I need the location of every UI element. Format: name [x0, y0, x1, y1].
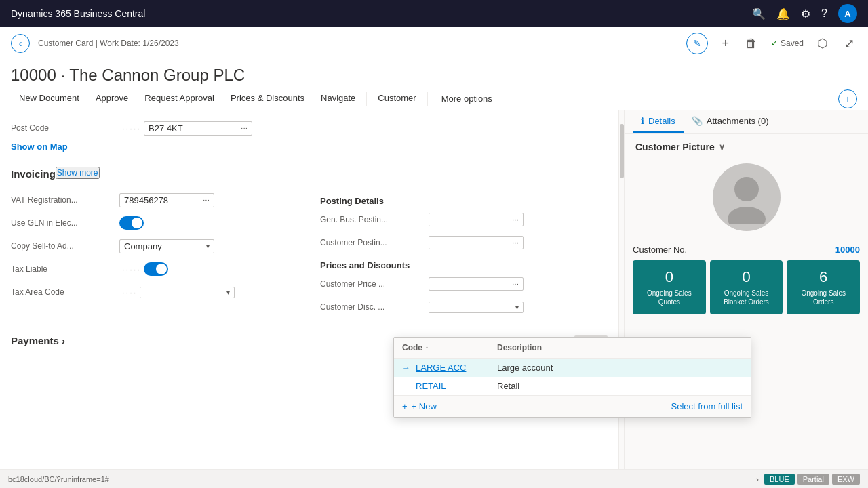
- copy-sell-select[interactable]: Company ▾: [119, 239, 214, 253]
- customer-posting-input[interactable]: ···: [429, 236, 524, 249]
- gen-bus-label: Gen. Bus. Postin...: [320, 215, 429, 224]
- tab-details[interactable]: ℹ Details: [633, 110, 684, 133]
- add-icon: +: [722, 37, 729, 50]
- customer-no-value[interactable]: 10000: [835, 245, 860, 255]
- customer-posting-ellipsis[interactable]: ···: [512, 238, 519, 247]
- vat-reg-label: VAT Registration...: [11, 195, 119, 205]
- menu-item-customer[interactable]: Customer: [370, 87, 424, 110]
- dropdown-code-large-acc[interactable]: LARGE ACC: [416, 363, 497, 373]
- status-badge-blue: BLUE: [764, 474, 795, 485]
- customer-no-row: Customer No. 10000: [633, 242, 860, 260]
- customer-price-row: Customer Price ... ···: [320, 274, 608, 293]
- menu-item-navigate[interactable]: Navigate: [313, 87, 363, 110]
- sort-icon[interactable]: ↑: [425, 344, 429, 352]
- stat-card-quotes[interactable]: 0 Ongoing SalesQuotes: [633, 260, 706, 314]
- prices-discounts-title: Prices and Discounts: [320, 260, 608, 270]
- customer-price-input[interactable]: ···: [429, 277, 524, 291]
- dropdown-header: Code ↑ Description: [394, 338, 751, 359]
- tax-area-dropdown-icon: ▾: [226, 289, 230, 296]
- stat-number-orders: 6: [792, 268, 854, 286]
- customer-posting-row: Customer Postin... ···: [320, 233, 608, 252]
- customer-no-label: Customer No.: [633, 245, 687, 255]
- customer-price-label: Customer Price ...: [320, 279, 429, 289]
- use-gln-toggle[interactable]: [119, 216, 144, 230]
- toggle-knob: [132, 218, 142, 228]
- vat-reg-ellipsis[interactable]: ···: [203, 195, 210, 205]
- add-button[interactable]: +: [719, 34, 732, 54]
- page-wrapper: ‹ Customer Card | Work Date: 1/26/2023 ✎…: [0, 27, 868, 488]
- menu-item-approve[interactable]: Approve: [87, 87, 136, 110]
- stat-card-orders[interactable]: 6 Ongoing SalesOrders: [787, 260, 860, 314]
- copy-sell-dropdown-icon: ▾: [206, 243, 210, 250]
- menu-item-prices-discounts[interactable]: Prices & Discounts: [222, 87, 313, 110]
- tax-liable-toggle[interactable]: [144, 262, 168, 276]
- notification-icon[interactable]: 🔔: [776, 7, 790, 20]
- customer-price-ellipsis[interactable]: ···: [512, 279, 519, 289]
- top-navigation-bar: Dynamics 365 Business Central 🔍 🔔 ⚙ ? A: [0, 0, 868, 27]
- status-url: bc18cloud/BC/?runinframe=1#: [8, 475, 751, 483]
- new-record-button[interactable]: + + New: [402, 401, 437, 411]
- prompt-icon: ›: [756, 475, 759, 483]
- page-header: ‹ Customer Card | Work Date: 1/26/2023 ✎…: [0, 27, 868, 60]
- select-from-full-list-button[interactable]: Select from full list: [671, 401, 743, 411]
- gen-bus-ellipsis[interactable]: ···: [512, 215, 519, 224]
- post-code-ellipsis[interactable]: ···: [241, 123, 248, 133]
- stats-section: Customer No. 10000 0 Ongoing SalesQuotes…: [625, 237, 868, 320]
- post-code-input[interactable]: B27 4KT ···: [144, 121, 252, 136]
- tab-attachments[interactable]: 📎 Attachments (0): [684, 110, 777, 133]
- expand-button[interactable]: ⤢: [842, 33, 857, 54]
- stat-card-blanket[interactable]: 0 Ongoing SalesBlanket Orders: [710, 260, 783, 314]
- tax-area-dots: ····: [122, 287, 137, 298]
- status-badge-partial: Partial: [797, 474, 829, 485]
- menu-bar: New Document Approve Request Approval Pr…: [0, 87, 868, 110]
- dropdown-code-retail[interactable]: RETAIL: [416, 381, 497, 391]
- dropdown-row-large-acc[interactable]: → LARGE ACC Large account: [394, 359, 751, 377]
- vat-reg-input[interactable]: 789456278 ···: [119, 193, 214, 207]
- customer-picture-chevron-icon: ∨: [719, 142, 725, 152]
- help-icon[interactable]: ?: [821, 7, 827, 20]
- customer-photo-svg: [719, 170, 774, 224]
- customer-photo-area: [625, 158, 868, 237]
- breadcrumb: Customer Card | Work Date: 1/26/2023: [38, 39, 179, 48]
- info-button[interactable]: i: [838, 89, 857, 108]
- edit-button[interactable]: ✎: [686, 33, 708, 54]
- tax-area-select[interactable]: ▾: [140, 287, 235, 298]
- customer-picture-header[interactable]: Customer Picture ∨: [625, 134, 868, 158]
- app-title: Dynamics 365 Business Central: [11, 8, 145, 19]
- posting-details-title: Posting Details: [320, 196, 608, 206]
- gen-bus-input[interactable]: ···: [429, 213, 524, 226]
- form-area: Post Code ····· B27 4KT ··· Show on Map …: [0, 110, 618, 488]
- show-on-map-link[interactable]: Show on Map: [11, 142, 608, 152]
- settings-icon[interactable]: ⚙: [801, 7, 810, 20]
- copy-sell-label: Copy Sell-to Ad...: [11, 241, 119, 251]
- form-right-col: Posting Details Gen. Bus. Postin... ··· …: [320, 190, 608, 321]
- customer-disc-select[interactable]: ▾: [429, 302, 524, 313]
- user-avatar[interactable]: A: [838, 4, 857, 23]
- open-new-window-button[interactable]: ⬡: [814, 33, 831, 54]
- back-icon: ‹: [19, 38, 22, 49]
- customer-disc-row: Customer Disc. ... ▾: [320, 298, 608, 317]
- more-options-button[interactable]: More options: [433, 88, 500, 109]
- stat-number-quotes: 0: [638, 268, 701, 286]
- toggle-knob-2: [156, 264, 167, 274]
- menu-item-new-document[interactable]: New Document: [11, 87, 87, 110]
- two-col-form: VAT Registration... 789456278 ··· Use GL…: [11, 190, 608, 321]
- menu-divider-2: [427, 92, 428, 106]
- form-scrollbar[interactable]: [618, 110, 624, 488]
- payments-title[interactable]: Payments ›: [11, 335, 65, 346]
- dropdown-row-retail[interactable]: RETAIL Retail: [394, 377, 751, 395]
- customer-disc-label: Customer Disc. ...: [320, 302, 429, 312]
- dropdown-col-desc-header: Description: [497, 343, 743, 352]
- top-bar-actions: 🔍 🔔 ⚙ ? A: [752, 4, 857, 23]
- show-more-button[interactable]: Show more: [56, 167, 100, 179]
- svg-point-1: [728, 207, 766, 224]
- scrollbar-thumb[interactable]: [620, 124, 624, 178]
- search-icon[interactable]: 🔍: [752, 7, 766, 20]
- page-title: 10000 · The Cannon Group PLC: [11, 66, 857, 85]
- stat-label-blanket: Ongoing SalesBlanket Orders: [715, 289, 778, 306]
- delete-button[interactable]: 🗑: [743, 34, 760, 54]
- use-gln-label: Use GLN in Elec...: [11, 218, 119, 228]
- post-code-value: B27 4KT: [149, 123, 183, 134]
- menu-item-request-approval[interactable]: Request Approval: [136, 87, 222, 110]
- back-button[interactable]: ‹: [11, 34, 30, 53]
